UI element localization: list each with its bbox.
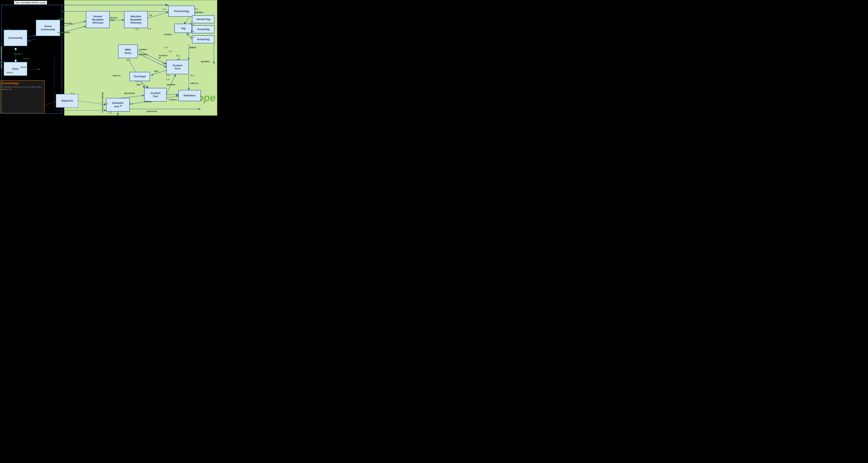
generates-label: generates	[63, 22, 72, 25]
scope-tag-label: ScopeTag	[197, 38, 209, 41]
machine-glossary-label: MachineReadableGlossary	[130, 15, 142, 24]
contains-tag-label: contains	[164, 33, 172, 35]
knowledge-title: Knowledge	[2, 82, 43, 85]
mult-1n-tag2: 1..n	[191, 30, 194, 32]
mult-1n-tag1: 1..n	[191, 36, 194, 38]
scoped-term-box: ScopedTerm	[166, 60, 189, 74]
mrg-entry-box: MRGEntry	[118, 44, 138, 58]
term-type-label: TermType	[134, 75, 146, 78]
identifies-mrg-label: identifies	[139, 53, 148, 56]
scoped-term-label: ScopedTerm	[173, 64, 182, 70]
identifies2-label: identifies	[201, 60, 210, 63]
party-label: Party	[12, 67, 19, 70]
curator-label: curator	[57, 31, 65, 34]
mult-11-bot: 1..1	[108, 112, 112, 114]
type2-label: type	[136, 83, 141, 86]
community-box: Community	[4, 30, 27, 46]
mult-0n: 0..n	[191, 74, 194, 76]
tag-label: Tag	[181, 27, 185, 30]
owns1-label: owns	[50, 63, 55, 66]
party-box: Party	[4, 62, 27, 76]
represents-label: represents	[147, 110, 157, 113]
mult-11-su1: 1..1	[104, 102, 108, 104]
top-label: has committed itself to (use)	[14, 1, 47, 4]
mult-1n-1: 1..n	[148, 28, 151, 30]
mult-01-1: 0..1	[135, 28, 139, 30]
mult-1n-st2: 1..n	[166, 78, 170, 81]
relevant-label: is relevant for realizing	[101, 92, 104, 113]
serves-label: serves	[28, 33, 35, 35]
refers-to-label: refers to	[113, 74, 121, 77]
uses-label: uses (to communicate)	[0, 46, 2, 68]
mult-1n-4: 1..n	[190, 46, 193, 49]
knowledge-box: Knowledge 1) Typically a Concept, but it…	[0, 80, 44, 114]
owner3-label: owner	[6, 71, 13, 74]
curated-text-label: CuratedText	[150, 92, 160, 98]
terminology-box: Terminology	[168, 6, 195, 17]
author-label: author	[57, 18, 64, 20]
terms-community-box: TermsCommunity	[36, 20, 60, 36]
mult-synonym: 0..1	[176, 55, 180, 57]
identifies-label: identifies	[195, 11, 204, 13]
mult-11-ct1: 1..1	[144, 86, 148, 88]
terminology-label: Terminology	[174, 10, 189, 13]
uml-diagram: Scope has committed itself to (use) uses…	[0, 0, 217, 116]
owner1-label: owner	[20, 66, 27, 68]
version-tag-box: VersionTag	[192, 15, 215, 23]
owns2-label: owns	[50, 80, 55, 83]
derived-from-label: derivedfrom	[110, 17, 117, 21]
tag-box: Tag	[174, 24, 192, 33]
definition-label: Definition	[184, 94, 196, 97]
mult-11-su2: 1..1	[129, 102, 133, 104]
mult-1n-st1: 1..n	[166, 74, 170, 76]
machine-glossary-box: MachineReadableGlossary	[124, 11, 148, 28]
refers-to2-label: refers to	[190, 82, 198, 84]
curated-text-box: CuratedText	[144, 88, 167, 101]
group-tag-label: GroupTag	[197, 28, 209, 31]
type-label: type	[154, 70, 158, 72]
user-label: user	[6, 28, 11, 31]
mrg-entry-label: MRGEntry	[125, 48, 131, 54]
contains-mrg-label: contains	[139, 48, 147, 51]
documents-label: documents	[124, 92, 135, 94]
mult-11-1: 1..1	[163, 8, 166, 10]
defines-label: defines	[145, 100, 152, 103]
mult-1n-tag3: 1..n	[191, 23, 194, 25]
mult-01-3: 0..1	[127, 59, 130, 61]
mult-1n-3: 1..n	[162, 62, 166, 64]
contains-curated-label: contains	[169, 98, 177, 101]
term-type-box: TermType	[129, 72, 150, 81]
owner2-label: owner	[23, 57, 30, 60]
semantic-unit-box: SemanticUnit 1)	[106, 98, 130, 112]
for-label: for	[150, 14, 152, 17]
scope-tag-box: ScopeTag	[192, 35, 215, 43]
mult-1n-obj2: 1..n	[71, 92, 74, 95]
knowledge-note: 1) Typically a Concept, but it can also …	[2, 86, 43, 91]
objective-box: Objective	[56, 94, 78, 107]
semantic-unit-label: SemanticUnit 1)	[112, 101, 124, 109]
mult-11-ct2: 1..1	[135, 80, 139, 83]
mult-1n-2: 1..n	[164, 46, 168, 49]
community-label: Community	[8, 36, 23, 39]
specifies-label: specifies	[167, 83, 175, 86]
human-glossary-box: HumanReadableGlossary	[86, 11, 110, 28]
group-tag-box: GroupTag	[192, 25, 215, 33]
objective-label: Objective	[61, 99, 73, 102]
mult-1n-5: 1..n	[169, 50, 172, 53]
member-label: member	[14, 53, 23, 55]
synonym-of-label: synonymof	[159, 54, 167, 59]
terms-community-label: TermsCommunity	[41, 25, 55, 31]
definition-box: Definition	[178, 90, 201, 101]
owns3-label: owns	[50, 95, 55, 98]
human-glossary-label: HumanReadableGlossary	[92, 15, 104, 24]
version-tag-label: VersionTag	[196, 18, 210, 21]
mult-1n-obj1: 1..n	[56, 92, 60, 95]
mult-01-2: 0..1	[195, 8, 198, 10]
